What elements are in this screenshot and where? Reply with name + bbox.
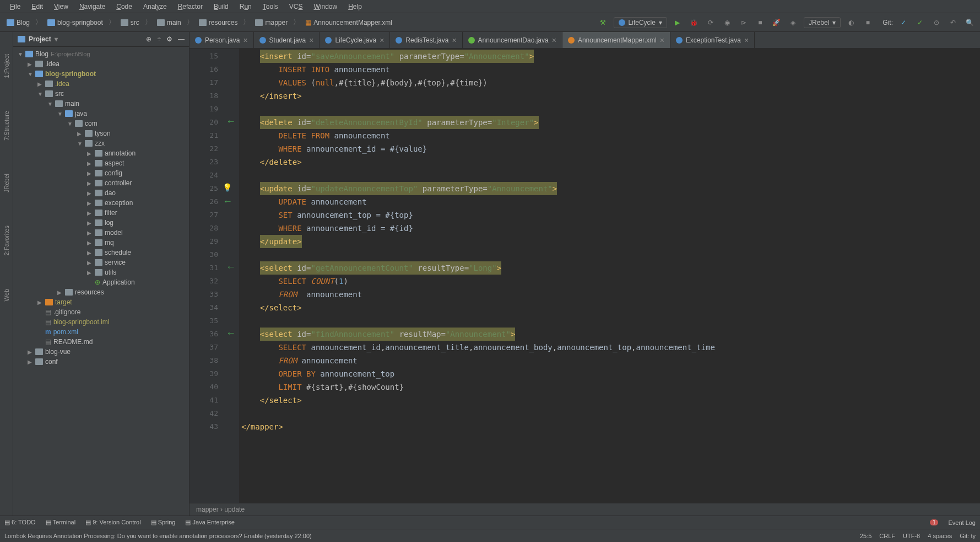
expand-arrow[interactable]: ▶ — [87, 220, 93, 226]
expand-arrow[interactable]: ▶ — [87, 240, 93, 246]
rail-web[interactable]: Web — [3, 289, 10, 301]
editor-tab[interactable]: Student.java× — [254, 32, 320, 48]
git-update-icon[interactable]: ✓ — [897, 17, 909, 29]
tree-item[interactable]: ▼blog-springboot — [13, 69, 189, 79]
editor-tab[interactable]: AnnouncementMapper.xml× — [562, 32, 670, 48]
expand-arrow[interactable]: ▼ — [77, 141, 83, 147]
tree-item[interactable]: ▶mq — [13, 238, 189, 248]
stop2-icon[interactable]: ■ — [862, 17, 874, 29]
bottom-tab[interactable]: ▤ 9: Version Control — [85, 519, 141, 526]
close-icon[interactable]: × — [243, 36, 247, 45]
profile-icon[interactable]: ◉ — [721, 17, 733, 29]
target-icon[interactable]: ◈ — [787, 17, 799, 29]
breadcrumb-item[interactable]: resources — [197, 18, 240, 28]
expand-arrow[interactable]: ▶ — [87, 260, 93, 266]
search-icon[interactable]: 🔍 — [963, 17, 976, 29]
expand-arrow[interactable]: ▼ — [47, 101, 53, 107]
expand-arrow[interactable]: ▼ — [28, 71, 33, 77]
git-revert-icon[interactable]: ↶ — [947, 17, 959, 29]
expand-arrow[interactable]: ▶ — [87, 250, 93, 256]
menu-build[interactable]: Build — [208, 2, 234, 12]
tree-item[interactable]: ⊛Application — [13, 277, 189, 287]
editor-breadcrumbs[interactable]: mapper › update — [189, 503, 980, 516]
breadcrumb-item[interactable]: src — [118, 18, 142, 28]
expand-arrow[interactable]: ▶ — [37, 81, 43, 87]
expand-arrow[interactable]: ▶ — [28, 359, 33, 365]
tree-item[interactable]: ▶model — [13, 228, 189, 238]
menu-refactor[interactable]: Refactor — [172, 2, 208, 12]
expand-arrow[interactable]: ▶ — [77, 131, 83, 137]
tree-item[interactable]: ▼main — [13, 99, 189, 109]
tree-item[interactable]: ▼zzx — [13, 138, 189, 148]
expand-arrow[interactable]: ▶ — [28, 61, 33, 67]
tree-item[interactable]: ▼src — [13, 89, 189, 99]
locate-icon[interactable]: ⊕ — [146, 35, 151, 43]
tree-item[interactable]: ▶target — [13, 297, 189, 307]
tree-item[interactable]: ▶blog-vue — [13, 347, 189, 357]
tree-item[interactable]: ▶annotation — [13, 148, 189, 158]
menu-file[interactable]: File — [4, 2, 26, 12]
rail-jrebel[interactable]: JRebel — [3, 174, 10, 192]
collapse-icon[interactable]: ÷ — [157, 35, 161, 43]
tree-item[interactable]: ▶utils — [13, 267, 189, 277]
git-branch[interactable]: Git: ty — [960, 533, 976, 539]
menu-tools[interactable]: Tools — [257, 2, 284, 12]
encoding[interactable]: UTF-8 — [903, 533, 920, 539]
bottom-tab[interactable]: ▤ Spring — [151, 519, 176, 526]
code-editor[interactable]: <insert id="saveAnnouncement" parameterT… — [239, 49, 980, 503]
breadcrumb-item[interactable]: mapper — [253, 18, 290, 28]
git-history-icon[interactable]: ⊙ — [930, 17, 943, 29]
tree-item[interactable]: ▤.gitignore — [13, 307, 189, 317]
menu-run[interactable]: Run — [234, 2, 257, 12]
tree-item[interactable]: ▼com — [13, 119, 189, 128]
menu-edit[interactable]: Edit — [26, 2, 48, 12]
menu-help[interactable]: Help — [343, 2, 367, 12]
breadcrumb-item[interactable]: main — [155, 18, 183, 28]
rail-structure[interactable]: 7:Structure — [3, 111, 10, 141]
hammer-icon[interactable]: ⚒ — [597, 17, 609, 29]
bottom-tab[interactable]: ▤ Java Enterprise — [185, 519, 234, 526]
bottom-tab[interactable]: ▤ Terminal — [46, 519, 75, 526]
event-log-button[interactable]: Event Log — [948, 519, 976, 526]
editor-tab[interactable]: AnnouncementDao.java× — [463, 32, 562, 48]
expand-arrow[interactable]: ▶ — [87, 180, 93, 186]
menu-vcs[interactable]: VCS — [284, 2, 308, 12]
git-commit-icon[interactable]: ✓ — [914, 17, 926, 29]
close-icon[interactable]: × — [452, 36, 456, 45]
close-icon[interactable]: × — [380, 36, 384, 45]
breadcrumb-item[interactable]: Blog — [4, 18, 32, 28]
stop-icon[interactable]: ■ — [754, 17, 766, 29]
jrebel-select[interactable]: JRebel ▾ — [804, 17, 841, 28]
line-separator[interactable]: CRLF — [879, 533, 895, 539]
tree-item[interactable]: ▶config — [13, 168, 189, 178]
menu-analyze[interactable]: Analyze — [138, 2, 172, 12]
menu-view[interactable]: View — [48, 2, 74, 12]
attach-icon[interactable]: ⊳ — [738, 17, 750, 29]
tree-item[interactable]: ▤blog-springboot.iml — [13, 317, 189, 327]
breadcrumb-item[interactable]: ▦AnnouncementMapper.xml — [303, 18, 394, 28]
gear-icon[interactable]: ⚙ — [166, 35, 172, 43]
expand-arrow[interactable]: ▼ — [67, 121, 73, 127]
tree-item[interactable]: mpom.xml — [13, 327, 189, 337]
close-icon[interactable]: × — [309, 36, 313, 45]
expand-arrow[interactable]: ▼ — [18, 51, 23, 57]
tree-item[interactable]: ▶controller — [13, 178, 189, 188]
tree-item[interactable]: ▶exception — [13, 198, 189, 208]
status-message[interactable]: Lombok Requires Annotation Processing: D… — [4, 533, 312, 539]
rocket-icon[interactable]: 🚀 — [771, 17, 783, 29]
close-icon[interactable]: × — [744, 36, 749, 45]
project-tree[interactable]: ▼Blog E:\project\Blog▶.idea▼blog-springb… — [13, 47, 189, 516]
tree-item[interactable]: ▼java — [13, 109, 189, 119]
editor-tab[interactable]: Person.java× — [189, 32, 254, 48]
tree-item[interactable]: ▶filter — [13, 208, 189, 218]
indent[interactable]: 4 spaces — [928, 533, 952, 539]
bottom-tab[interactable]: ▤ 6: TODO — [4, 519, 36, 526]
rail-favorites[interactable]: 2:Favorites — [3, 226, 10, 255]
expand-arrow[interactable]: ▶ — [87, 190, 93, 196]
expand-arrow[interactable]: ▶ — [87, 170, 93, 176]
close-icon[interactable]: × — [660, 36, 664, 45]
tree-item[interactable]: ▶schedule — [13, 248, 189, 257]
expand-arrow[interactable]: ▶ — [87, 151, 93, 157]
tree-item[interactable]: ▼Blog E:\project\Blog — [13, 49, 189, 59]
menu-window[interactable]: Window — [308, 2, 343, 12]
